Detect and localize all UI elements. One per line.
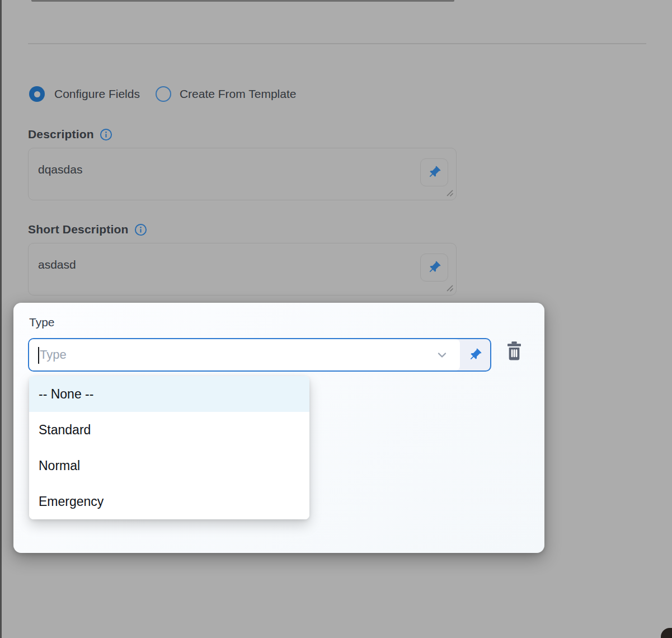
resize-handle-icon[interactable] <box>445 189 454 198</box>
short-description-pin-button[interactable] <box>420 254 448 282</box>
background-window-corner <box>661 628 672 638</box>
clipped-field-bottom-edge <box>31 0 454 2</box>
description-pin-button[interactable] <box>420 158 448 186</box>
dropdown-option-normal[interactable]: Normal <box>29 448 309 484</box>
description-textarea[interactable]: dqasdas <box>28 148 457 200</box>
type-input[interactable] <box>29 339 460 370</box>
field-mode-radio-group: Configure Fields Create From Template <box>29 85 296 103</box>
description-label: Description <box>28 128 94 141</box>
short-description-field-wrap: asdasd <box>28 243 457 295</box>
short-description-textarea[interactable]: asdasd <box>28 243 457 295</box>
type-pin-button[interactable] <box>460 339 490 370</box>
type-field-spotlight-card: Type -- None -- Standard Normal Em <box>13 303 544 553</box>
type-label: Type <box>29 316 55 329</box>
delete-field-button[interactable] <box>504 339 525 363</box>
trash-icon <box>505 340 523 362</box>
short-description-label-row: Short Description <box>28 222 147 237</box>
type-combobox-field[interactable] <box>29 339 460 370</box>
panel-left-border <box>0 0 2 638</box>
section-divider <box>28 43 646 44</box>
radio-create-from-template-label[interactable]: Create From Template <box>180 87 297 101</box>
type-combobox-group <box>28 338 491 372</box>
pushpin-icon <box>427 165 441 180</box>
chevron-down-icon[interactable] <box>435 348 449 362</box>
dropdown-option-none[interactable]: -- None -- <box>29 376 309 412</box>
description-field-wrap: dqasdas <box>28 148 457 200</box>
resize-handle-icon[interactable] <box>445 284 454 293</box>
dropdown-option-emergency[interactable]: Emergency <box>29 484 309 519</box>
radio-create-from-template[interactable] <box>156 86 171 102</box>
radio-selected-dot <box>34 91 40 97</box>
pushpin-icon <box>468 348 482 362</box>
type-dropdown-menu: -- None -- Standard Normal Emergency <box>29 376 309 519</box>
pushpin-icon <box>427 260 441 275</box>
text-cursor <box>38 347 39 364</box>
info-icon[interactable] <box>134 223 147 236</box>
short-description-label: Short Description <box>28 223 129 236</box>
dropdown-option-standard[interactable]: Standard <box>29 412 309 448</box>
info-icon[interactable] <box>100 128 112 141</box>
radio-configure-fields-label[interactable]: Configure Fields <box>54 87 140 101</box>
description-label-row: Description <box>28 126 112 142</box>
radio-configure-fields[interactable] <box>29 86 45 102</box>
